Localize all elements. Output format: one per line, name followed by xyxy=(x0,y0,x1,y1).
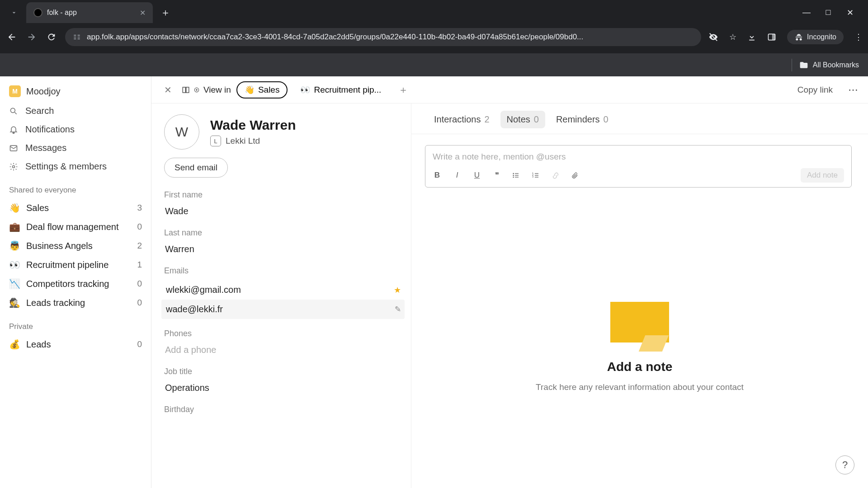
browser-menu-button[interactable]: ⋮ xyxy=(854,32,863,42)
site-settings-icon[interactable] xyxy=(72,33,81,42)
company-row[interactable]: L Lekki Ltd xyxy=(210,136,296,146)
email-row-secondary[interactable]: wade@lekki.fr ✎ xyxy=(161,300,405,319)
forward-button[interactable] xyxy=(25,31,38,43)
viewin-pill-recruitment[interactable]: 👀 Recruitment pip... xyxy=(293,82,388,98)
tab-interactions[interactable]: Interactions 2 xyxy=(428,111,496,128)
svg-rect-14 xyxy=(515,175,519,175)
folder-icon xyxy=(799,61,808,70)
attachment-button[interactable] xyxy=(572,172,581,179)
add-viewin-button[interactable]: ＋ xyxy=(394,81,413,99)
note-toolbar: B I U ❞ 123 Add note xyxy=(433,162,844,183)
viewin-label: View in xyxy=(182,85,231,95)
sidebar-messages[interactable]: Messages xyxy=(7,139,144,157)
incognito-label: Incognito xyxy=(807,33,836,41)
field-phones[interactable]: Phones Add a phone xyxy=(164,329,402,357)
record-icon xyxy=(193,87,200,93)
star-icon[interactable]: ★ xyxy=(394,285,401,295)
group-leadstracking[interactable]: 🕵️Leads tracking0 xyxy=(7,293,144,312)
underline-button[interactable]: U xyxy=(472,171,481,180)
group-dealflow[interactable]: 💼Deal flow management0 xyxy=(7,217,144,236)
addr-right-icons: ☆ Incognito ⋮ xyxy=(708,30,863,44)
workspace-badge: M xyxy=(9,85,21,97)
svg-rect-2 xyxy=(772,34,775,40)
group-recruitment[interactable]: 👀Recruitment pipeline1 xyxy=(7,255,144,274)
tab-search-dropdown[interactable] xyxy=(5,3,24,22)
sidebar-settings[interactable]: Settings & members xyxy=(7,157,144,176)
svg-point-11 xyxy=(513,173,514,174)
workspace-switcher[interactable]: M Moodjoy xyxy=(7,81,144,102)
field-jobtitle[interactable]: Job title Operations xyxy=(164,367,402,395)
tab-notes[interactable]: Notes 0 xyxy=(500,111,545,128)
tab-reminders[interactable]: Reminders 0 xyxy=(550,111,615,128)
link-button[interactable] xyxy=(552,172,561,179)
notes-empty-state: Add a note Track here any relevant infor… xyxy=(411,188,868,488)
bookmark-star-button[interactable]: ☆ xyxy=(729,32,736,42)
empty-subtitle: Track here any relevant information abou… xyxy=(536,382,744,392)
email-row-primary[interactable]: wlekki@gmail.com ★ xyxy=(164,280,402,300)
svg-point-15 xyxy=(513,177,514,178)
all-bookmarks-button[interactable]: All Bookmarks xyxy=(813,61,859,69)
activity-pane: Interactions 2 Notes 0 Reminders 0 xyxy=(411,103,868,488)
field-birthday[interactable]: Birthday xyxy=(164,405,402,419)
reload-button[interactable] xyxy=(45,31,58,43)
maximize-button[interactable]: □ xyxy=(824,8,833,18)
svg-rect-12 xyxy=(515,173,519,174)
back-button[interactable] xyxy=(5,31,18,43)
columns-icon xyxy=(182,86,190,94)
svg-rect-22 xyxy=(535,177,538,177)
sidebar-search-label: Search xyxy=(25,106,54,116)
sidebar: M Moodjoy Search Notifications Messages … xyxy=(0,76,151,488)
svg-point-3 xyxy=(10,108,15,113)
group-angels[interactable]: 👼Business Angels2 xyxy=(7,236,144,255)
tab-close-button[interactable]: ✕ xyxy=(140,9,146,17)
add-note-button[interactable]: Add note xyxy=(801,168,844,183)
numbered-list-button[interactable]: 123 xyxy=(532,172,541,179)
arrow-right-icon xyxy=(27,32,37,42)
search-icon xyxy=(9,107,19,116)
downloads-button[interactable] xyxy=(747,33,756,42)
window-controls: ― □ ✕ xyxy=(802,8,863,18)
sidebar-messages-label: Messages xyxy=(25,143,66,153)
side-panel-button[interactable] xyxy=(767,33,776,42)
eye-off-icon[interactable] xyxy=(708,32,718,42)
url-text: app.folk.app/apps/contacts/network/ccaa7… xyxy=(87,33,583,42)
edit-icon[interactable]: ✎ xyxy=(395,305,401,314)
italic-button[interactable]: I xyxy=(453,171,462,180)
close-window-button[interactable]: ✕ xyxy=(845,8,854,18)
minimize-button[interactable]: ― xyxy=(802,8,811,18)
browser-tab[interactable]: folk - app ✕ xyxy=(26,2,153,23)
bullet-list-button[interactable] xyxy=(512,172,521,179)
help-button[interactable]: ? xyxy=(835,455,854,474)
send-email-button[interactable]: Send email xyxy=(164,158,228,178)
sidebar-search[interactable]: Search xyxy=(7,102,144,120)
bold-button[interactable]: B xyxy=(433,171,442,180)
contact-name: Wade Warren xyxy=(210,117,296,136)
svg-point-13 xyxy=(513,175,514,176)
company-badge: L xyxy=(210,136,221,146)
close-panel-button[interactable]: ✕ xyxy=(160,82,176,98)
incognito-icon xyxy=(794,33,803,42)
section-private: Private xyxy=(7,312,144,335)
incognito-badge[interactable]: Incognito xyxy=(787,30,844,44)
sidebar-notifications[interactable]: Notifications xyxy=(7,120,144,139)
viewin-text: View in xyxy=(203,85,231,95)
activity-tabs: Interactions 2 Notes 0 Reminders 0 xyxy=(411,103,868,134)
group-leads[interactable]: 💰Leads0 xyxy=(7,335,144,354)
new-tab-button[interactable]: ＋ xyxy=(157,5,174,21)
url-box[interactable]: app.folk.app/apps/contacts/network/ccaa7… xyxy=(65,28,701,46)
bookmark-bar: All Bookmarks xyxy=(0,53,868,76)
group-competitors[interactable]: 📉Competitors tracking0 xyxy=(7,274,144,293)
field-firstname[interactable]: First name Wade xyxy=(164,190,402,218)
bell-icon xyxy=(9,125,19,134)
copy-link-button[interactable]: Copy link xyxy=(797,85,833,95)
tab-title: folk - app xyxy=(47,9,77,17)
svg-rect-20 xyxy=(535,175,538,175)
quote-button[interactable]: ❞ xyxy=(492,171,501,180)
viewin-pill-sales[interactable]: 👋 Sales xyxy=(236,81,288,99)
more-menu-button[interactable]: ⋯ xyxy=(846,84,860,96)
content-row: W Wade Warren L Lekki Ltd Send email Fir… xyxy=(151,103,868,488)
svg-rect-8 xyxy=(186,87,189,93)
field-lastname[interactable]: Last name Warren xyxy=(164,228,402,256)
note-input[interactable] xyxy=(433,152,844,162)
group-sales[interactable]: 👋Sales3 xyxy=(7,198,144,217)
